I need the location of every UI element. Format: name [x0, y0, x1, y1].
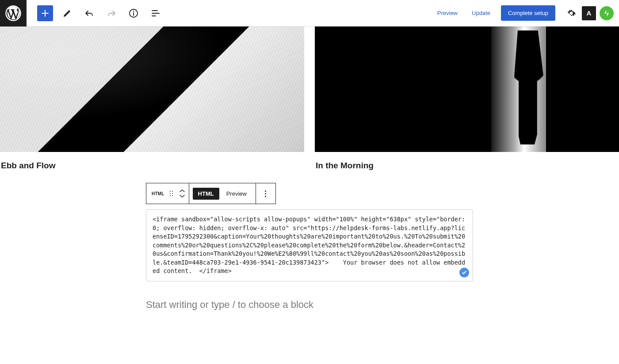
- preview-tab-button[interactable]: Preview: [221, 188, 252, 200]
- complete-setup-button[interactable]: Complete setup: [501, 5, 555, 21]
- info-icon: [128, 8, 139, 19]
- editor-canvas: Ebb and Flow In the Morning HTML HTML Pr…: [0, 27, 619, 311]
- wordpress-icon: [5, 5, 21, 21]
- gallery-caption-left: Ebb and Flow: [0, 152, 304, 171]
- gallery-item-left[interactable]: Ebb and Flow: [0, 27, 304, 171]
- block-movers: [176, 183, 189, 204]
- check-icon: [462, 270, 467, 275]
- validation-badge: [459, 268, 469, 277]
- html-preview-toggle: HTML Preview: [189, 183, 256, 204]
- jetpack-avatar[interactable]: [600, 6, 614, 20]
- chevron-down-icon[interactable]: [179, 194, 185, 198]
- gallery-caption-right: In the Morning: [315, 152, 619, 171]
- info-button[interactable]: [126, 5, 141, 21]
- undo-button[interactable]: [81, 5, 97, 21]
- redo-button[interactable]: [103, 5, 119, 21]
- add-block-button[interactable]: [37, 5, 53, 21]
- block-type-label: HTML: [152, 191, 164, 196]
- block-toolbar: HTML HTML Preview: [146, 183, 276, 204]
- gallery-image-morning: [315, 27, 619, 152]
- pencil-icon: [62, 8, 73, 19]
- outline-button[interactable]: [148, 5, 164, 21]
- gallery-image-ebb: [0, 27, 304, 152]
- list-view-icon: [150, 8, 161, 19]
- wordpress-logo[interactable]: [0, 0, 27, 27]
- editor-toolbar: Preview Update Complete setup A: [0, 0, 619, 27]
- custom-html-block[interactable]: <iframe sandbox="allow-scripts allow-pop…: [146, 209, 473, 281]
- toolbar-right-group: Preview Update Complete setup A: [432, 5, 614, 21]
- plus-icon: [40, 8, 50, 19]
- a11y-button[interactable]: A: [582, 6, 596, 20]
- block-more-options[interactable]: [256, 183, 275, 204]
- update-link[interactable]: Update: [466, 6, 496, 20]
- jetpack-icon: [602, 9, 611, 18]
- gear-icon: [566, 8, 576, 18]
- preview-link[interactable]: Preview: [432, 6, 463, 20]
- block-type-indicator[interactable]: HTML: [146, 183, 176, 204]
- settings-button[interactable]: [564, 6, 578, 20]
- more-vertical-icon: [261, 190, 270, 197]
- drag-handle-icon[interactable]: [170, 191, 173, 196]
- block-editor-area: HTML HTML Preview <iframe sandbox="allow…: [137, 183, 482, 311]
- new-block-placeholder[interactable]: Start writing or type / to choose a bloc…: [146, 299, 473, 311]
- edit-tool-button[interactable]: [59, 5, 75, 21]
- gallery-item-right[interactable]: In the Morning: [315, 27, 619, 171]
- html-code-textarea[interactable]: <iframe sandbox="allow-scripts allow-pop…: [153, 215, 466, 276]
- undo-icon: [84, 8, 95, 19]
- gallery-row: Ebb and Flow In the Morning: [0, 27, 619, 171]
- svg-point-2: [133, 11, 134, 11]
- redo-icon: [106, 8, 117, 19]
- html-tab-button[interactable]: HTML: [193, 188, 219, 200]
- chevron-up-icon[interactable]: [179, 189, 185, 193]
- toolbar-left-group: [0, 0, 164, 26]
